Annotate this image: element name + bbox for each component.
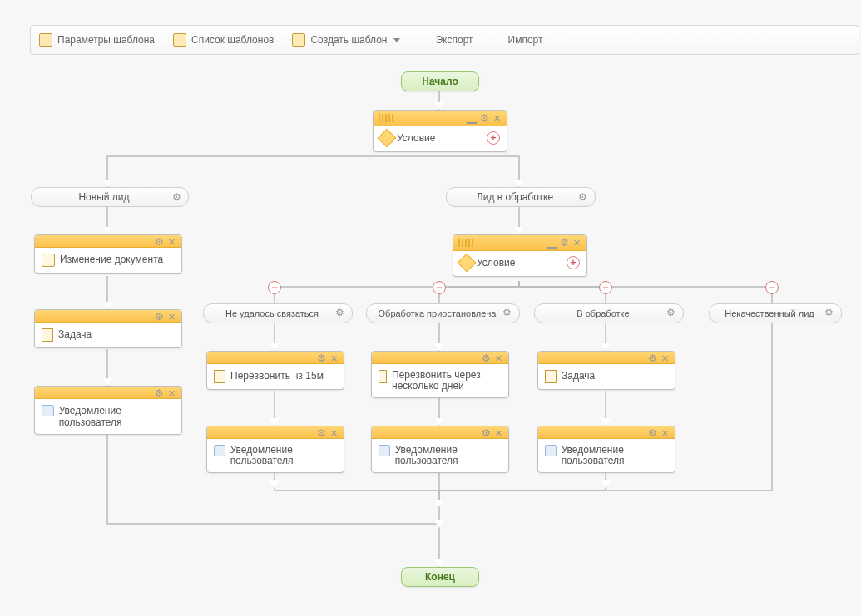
action-notify-user[interactable]: Уведомление пользователя bbox=[34, 386, 182, 435]
add-branch-icon[interactable] bbox=[567, 256, 580, 269]
export-icon bbox=[418, 34, 430, 46]
chevron-down-icon bbox=[393, 38, 400, 42]
arrow-icon bbox=[514, 180, 524, 187]
notify-icon bbox=[379, 445, 390, 456]
node-label: Уведомление пользователя bbox=[395, 445, 502, 466]
node-label: Задача bbox=[58, 328, 92, 340]
node-label: Перезвонить чз 15м bbox=[230, 370, 324, 382]
condition-icon bbox=[378, 129, 397, 148]
branch-no-contact[interactable]: Не удалось связаться bbox=[203, 303, 353, 323]
action-callback-days[interactable]: Перезвонить через несколько дней bbox=[371, 351, 509, 398]
minimize-icon[interactable] bbox=[547, 237, 557, 249]
notify-icon bbox=[545, 445, 557, 456]
branch-low-quality[interactable]: Некачественный лид bbox=[709, 303, 842, 323]
workflow-canvas[interactable]: Начало Условие Новый лид bbox=[0, 58, 861, 616]
branch-paused[interactable]: Обработка приостановлена bbox=[366, 303, 520, 323]
close-icon[interactable] bbox=[330, 352, 340, 362]
node-label: Конец bbox=[425, 571, 455, 583]
list-icon bbox=[173, 33, 186, 47]
start-node[interactable]: Начало bbox=[401, 71, 479, 91]
branch-new-lead[interactable]: Новый лид bbox=[31, 187, 189, 207]
toolbar-template-params-button[interactable]: Параметры шаблона bbox=[39, 33, 155, 47]
action-notify-user-4[interactable]: Уведомление пользователя bbox=[537, 426, 675, 473]
notify-icon bbox=[214, 445, 225, 456]
gear-icon[interactable] bbox=[317, 352, 327, 362]
node-label: Начало bbox=[422, 76, 458, 87]
node-label: Условие bbox=[477, 257, 515, 269]
branch-label: В обработке bbox=[576, 308, 629, 318]
node-label: Уведомление пользователя bbox=[59, 405, 175, 428]
action-change-document[interactable]: Изменение документа bbox=[34, 234, 182, 274]
task-icon bbox=[545, 370, 557, 383]
arrow-icon bbox=[434, 559, 444, 567]
notify-icon bbox=[42, 405, 54, 416]
condition-icon bbox=[458, 254, 477, 273]
action-task-2[interactable]: Задача bbox=[537, 351, 675, 390]
import-icon bbox=[492, 34, 503, 46]
close-icon[interactable] bbox=[573, 237, 583, 247]
close-icon[interactable] bbox=[661, 352, 671, 362]
remove-branch-icon[interactable] bbox=[433, 281, 446, 294]
arrow-icon bbox=[270, 480, 280, 488]
condition-node-2[interactable]: Условие bbox=[453, 234, 587, 277]
close-icon[interactable] bbox=[495, 427, 505, 437]
gear-icon[interactable] bbox=[155, 236, 165, 246]
toolbar-label: Импорт bbox=[508, 34, 543, 46]
arrow-icon bbox=[514, 227, 524, 234]
close-icon[interactable] bbox=[493, 112, 503, 122]
arrow-icon bbox=[102, 302, 112, 309]
gear-icon[interactable] bbox=[578, 191, 588, 201]
toolbar-template-list-button[interactable]: Список шаблонов bbox=[173, 33, 274, 47]
close-icon[interactable] bbox=[168, 236, 178, 246]
gear-icon[interactable] bbox=[666, 308, 676, 318]
gear-icon[interactable] bbox=[482, 352, 492, 362]
arrow-icon bbox=[434, 102, 444, 110]
close-icon[interactable] bbox=[661, 427, 671, 437]
node-label: Перезвонить через несколько дней bbox=[392, 370, 502, 392]
arrow-icon bbox=[102, 227, 112, 234]
end-node[interactable]: Конец bbox=[401, 567, 479, 587]
branch-in-progress[interactable]: Лид в обработке bbox=[446, 187, 596, 207]
node-header[interactable] bbox=[453, 235, 586, 251]
gear-icon[interactable] bbox=[648, 352, 658, 362]
gear-icon[interactable] bbox=[480, 112, 490, 122]
node-header[interactable] bbox=[374, 111, 507, 126]
gear-icon[interactable] bbox=[155, 387, 165, 397]
gear-icon[interactable] bbox=[560, 237, 570, 247]
close-icon[interactable] bbox=[495, 352, 505, 362]
gear-icon[interactable] bbox=[335, 308, 345, 318]
gear-icon[interactable] bbox=[648, 427, 658, 437]
branch-processing[interactable]: В обработке bbox=[534, 303, 684, 323]
gear-icon[interactable] bbox=[824, 308, 834, 318]
toolbar: Параметры шаблона Список шаблонов Создат… bbox=[30, 25, 859, 55]
drag-handle-icon[interactable] bbox=[379, 114, 393, 122]
arrow-icon bbox=[270, 418, 280, 426]
gear-icon[interactable] bbox=[317, 427, 327, 437]
drag-handle-icon[interactable] bbox=[458, 239, 473, 247]
remove-branch-icon[interactable] bbox=[599, 281, 612, 294]
toolbar-export-button[interactable]: Экспорт bbox=[418, 34, 473, 46]
action-notify-user-2[interactable]: Уведомление пользователя bbox=[206, 426, 344, 473]
toolbar-create-template-button[interactable]: Создать шаблон bbox=[292, 33, 400, 47]
action-task[interactable]: Задача bbox=[34, 309, 182, 348]
create-icon bbox=[292, 33, 305, 47]
branch-label: Новый лид bbox=[78, 191, 129, 203]
minimize-icon[interactable] bbox=[467, 112, 477, 124]
action-notify-user-3[interactable]: Уведомление пользователя bbox=[371, 426, 509, 473]
condition-node[interactable]: Условие bbox=[373, 110, 507, 152]
close-icon[interactable] bbox=[168, 387, 178, 397]
close-icon[interactable] bbox=[168, 311, 178, 321]
branch-label: Обработка приостановлена bbox=[379, 308, 497, 318]
gear-icon[interactable] bbox=[155, 311, 165, 321]
arrow-icon bbox=[601, 418, 611, 426]
gear-icon[interactable] bbox=[502, 308, 512, 318]
remove-branch-icon[interactable] bbox=[268, 281, 281, 294]
action-callback-15m[interactable]: Перезвонить чз 15м bbox=[206, 351, 344, 390]
remove-branch-icon[interactable] bbox=[765, 281, 779, 294]
gear-icon[interactable] bbox=[171, 191, 181, 201]
add-branch-icon[interactable] bbox=[487, 131, 500, 145]
node-label: Уведомление пользователя bbox=[562, 445, 668, 466]
close-icon[interactable] bbox=[330, 427, 340, 437]
gear-icon[interactable] bbox=[482, 427, 492, 437]
toolbar-import-button[interactable]: Импорт bbox=[492, 34, 543, 46]
